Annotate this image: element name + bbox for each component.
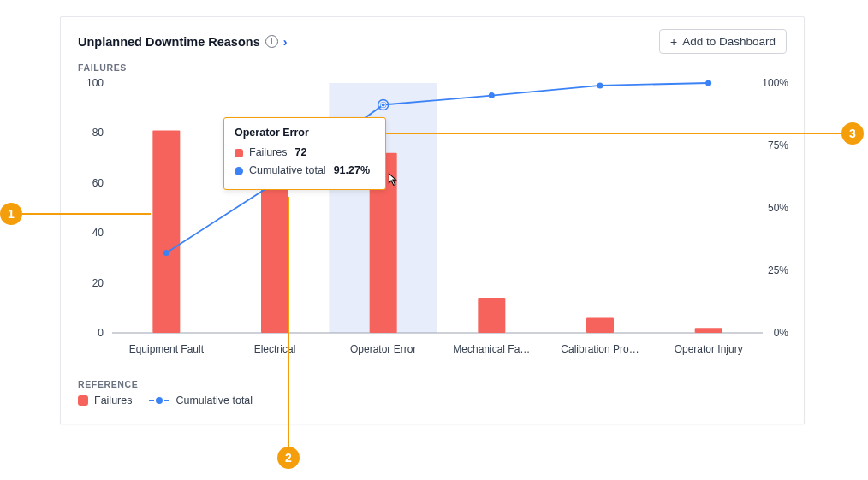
legend-swatch-cumulative-icon: [235, 167, 243, 175]
svg-point-13: [382, 103, 385, 106]
tooltip-title: Operator Error: [235, 127, 373, 139]
legend-cumulative-label: Cumulative total: [175, 394, 253, 406]
y-left-tick: 80: [83, 127, 104, 139]
y-right-tick: 25%: [768, 264, 788, 276]
card-header: Unplanned Downtime Reasons i › + Add to …: [61, 17, 804, 54]
svg-rect-5: [478, 298, 505, 333]
chart-svg: [78, 76, 788, 367]
x-tick: Calibration Pro…: [561, 343, 639, 355]
svg-rect-6: [586, 317, 614, 333]
x-tick: Operator Injury: [675, 343, 743, 355]
y-left-tick: 40: [83, 227, 104, 239]
legend-failures-label: Failures: [94, 394, 132, 406]
chart-plot[interactable]: Operator Error Failures 72 Cumulative to…: [78, 76, 787, 352]
svg-point-8: [163, 250, 169, 256]
info-icon[interactable]: i: [265, 35, 278, 48]
y-right-tick: 50%: [768, 202, 788, 214]
legend-swatch-failures-icon: [235, 149, 243, 157]
svg-rect-7: [695, 328, 722, 333]
card-title: Unplanned Downtime Reasons: [78, 35, 260, 49]
title-group: Unplanned Downtime Reasons i ›: [78, 35, 287, 49]
legend: Failures Cumulative total: [78, 394, 787, 406]
tooltip: Operator Error Failures 72 Cumulative to…: [223, 117, 386, 190]
y-right-tick: 75%: [768, 139, 788, 151]
y-left-tick: 20: [83, 277, 104, 289]
annotation-callout-3: 3: [841, 122, 864, 145]
reference-label: REFERENCE: [78, 379, 787, 389]
square-swatch-icon: [78, 395, 88, 406]
legend-item-cumulative[interactable]: Cumulative total: [149, 394, 253, 406]
y-right-tick: 100%: [762, 77, 788, 89]
svg-rect-3: [261, 183, 288, 333]
chart-card: Unplanned Downtime Reasons i › + Add to …: [60, 16, 805, 424]
y-left-tick: 0: [83, 327, 104, 339]
svg-point-16: [705, 80, 711, 86]
x-tick: Electrical: [254, 343, 296, 355]
tooltip-cumulative-label: Cumulative total: [249, 162, 326, 180]
annotation-callout-2: 2: [277, 447, 300, 469]
plus-icon: +: [670, 36, 677, 48]
annotation-line-2: [288, 197, 289, 447]
y-axis-label: FAILURES: [61, 54, 804, 73]
annotation-callout-1: 1: [0, 203, 22, 225]
line-swatch-icon: [149, 397, 169, 404]
annotation-line-3: [385, 133, 841, 134]
y-left-tick: 60: [83, 177, 104, 189]
tooltip-cumulative-value: 91.27%: [334, 162, 370, 180]
x-tick: Operator Error: [350, 343, 416, 355]
y-right-tick: 0%: [774, 327, 788, 339]
svg-point-14: [489, 92, 495, 98]
tooltip-failures-value: 72: [294, 144, 306, 162]
x-tick: Mechanical Fa…: [453, 343, 530, 355]
tooltip-failures-label: Failures: [249, 144, 287, 162]
annotation-line-1: [22, 213, 151, 215]
add-button-label: Add to Dashboard: [682, 35, 776, 48]
chevron-right-icon[interactable]: ›: [283, 35, 288, 49]
svg-rect-2: [152, 130, 180, 333]
legend-item-failures[interactable]: Failures: [78, 394, 132, 406]
x-tick: Equipment Fault: [129, 343, 204, 355]
y-left-tick: 100: [83, 77, 104, 89]
svg-point-15: [597, 82, 603, 88]
add-to-dashboard-button[interactable]: + Add to Dashboard: [659, 29, 787, 54]
